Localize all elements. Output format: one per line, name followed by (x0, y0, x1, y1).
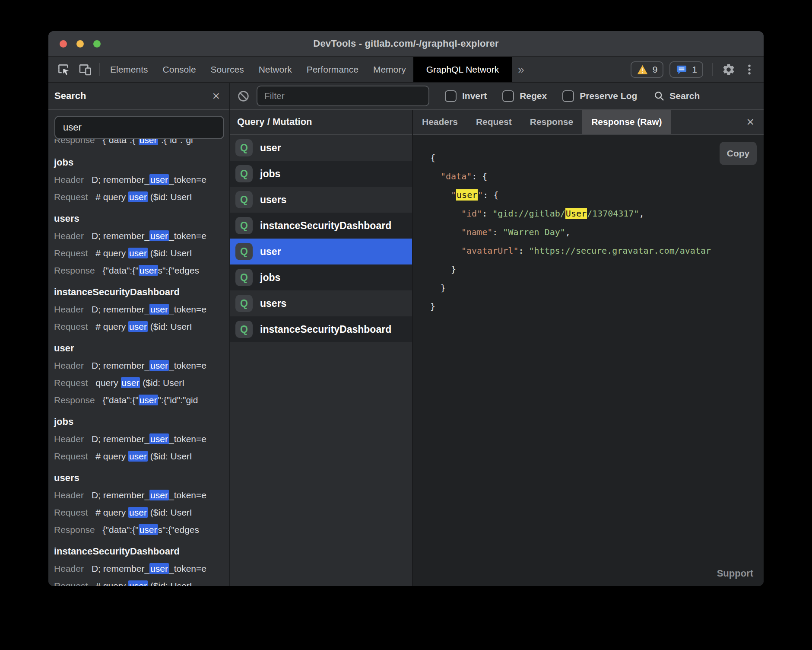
tab-memory[interactable]: Memory (366, 57, 413, 82)
invert-checkbox[interactable] (445, 90, 457, 102)
query-row[interactable]: Qusers (230, 290, 412, 316)
result-line: HeaderD; remember_user_token=e (54, 301, 229, 318)
json-token: " (478, 190, 483, 200)
tab-performance[interactable]: Performance (299, 57, 366, 82)
result-line: HeaderD; remember_user_token=e (54, 357, 229, 374)
result-text: D; remember_ (92, 564, 149, 574)
support-link[interactable]: Support (717, 568, 753, 579)
json-line: { (430, 149, 764, 167)
result-text: # query (95, 581, 128, 586)
issues-badge[interactable]: 1 (669, 61, 703, 78)
window-title: DevTools - gitlab.com/-/graphql-explorer (313, 38, 498, 49)
result-line-label: Request (54, 322, 88, 331)
result-line-label: Header (54, 175, 84, 185)
query-row[interactable]: QinstanceSecurityDashboard (230, 213, 412, 239)
minimize-window-button[interactable] (76, 40, 84, 48)
search-result-section: instanceSecurityDashboardHeaderD; rememb… (54, 543, 229, 586)
regex-checkbox[interactable] (502, 90, 514, 102)
tab-network[interactable]: Network (251, 57, 299, 82)
tab-elements[interactable]: Elements (103, 57, 155, 82)
result-text: ($id: UserI (148, 507, 192, 517)
regex-checkbox-group: Regex (502, 90, 547, 102)
response-close-icon[interactable]: × (746, 110, 764, 134)
json-line: "name": "Warren Day", (430, 223, 764, 242)
query-row[interactable]: QinstanceSecurityDashboard (230, 316, 412, 342)
filter-input[interactable] (257, 86, 429, 106)
query-row[interactable]: Qjobs (230, 264, 412, 290)
result-line: Request# query user ($id: UserI (54, 318, 229, 335)
tab-console[interactable]: Console (155, 57, 203, 82)
json-token: : (492, 227, 503, 237)
preserve-log-checkbox[interactable] (562, 90, 574, 102)
query-type-icon: Q (235, 321, 253, 338)
result-line: HeaderD; remember_user_token=e (54, 487, 229, 504)
result-line: Request# query user ($id: UserI (54, 577, 229, 586)
search-result-title: instanceSecurityDashboard (54, 284, 229, 301)
result-line-label: Request (54, 507, 88, 517)
toolbar-right: 9 1 (631, 57, 764, 82)
json-token: /13704317" (587, 208, 639, 219)
search-match-highlight: user (149, 360, 169, 371)
result-text: D; remember_ (92, 360, 149, 370)
json-token: "data" (441, 171, 472, 182)
maximize-window-button[interactable] (93, 40, 101, 48)
devtools-tabs: ElementsConsoleSourcesNetworkPerformance… (103, 57, 512, 82)
tab-sources[interactable]: Sources (203, 57, 251, 82)
result-text: _token=e (169, 490, 206, 500)
warning-triangle-icon (637, 64, 648, 76)
response-tab-response[interactable]: Response (521, 110, 582, 134)
result-text: D; remember_ (92, 231, 149, 241)
tab-graphql-network[interactable]: GraphQL Network (413, 57, 512, 82)
search-match-highlight: user (149, 304, 169, 315)
response-tab-request[interactable]: Request (467, 110, 521, 134)
search-input[interactable] (54, 116, 224, 139)
response-tab-response-raw[interactable]: Response (Raw) (582, 110, 671, 134)
search-result-section: jobsHeaderD; remember_user_token=eReques… (54, 413, 229, 465)
screen-background: DevTools - gitlab.com/-/graphql-explorer (0, 0, 812, 650)
copy-button[interactable]: Copy (720, 142, 757, 165)
search-match-highlight: user (128, 507, 148, 518)
result-text: ":{"id":"gid (158, 395, 198, 405)
json-token: : (518, 245, 529, 256)
result-text: D; remember_ (92, 490, 149, 500)
search-toggle-label: Search (669, 91, 700, 101)
result-line: Request# query user ($id: UserI (54, 245, 229, 262)
query-row[interactable]: Qjobs (230, 161, 412, 187)
result-text: # query (95, 507, 128, 517)
search-match-highlight: user (128, 321, 148, 332)
settings-gear-icon[interactable] (721, 62, 736, 77)
search-close-icon[interactable]: × (212, 89, 220, 102)
query-row-label: user (260, 246, 281, 258)
more-tabs-chevron[interactable]: » (512, 57, 530, 82)
response-panel: HeadersRequestResponseResponse (Raw)× Co… (413, 110, 764, 586)
response-tab-headers[interactable]: Headers (413, 110, 467, 134)
json-line: "user": { (430, 186, 764, 204)
query-row-label: user (260, 142, 281, 154)
query-row[interactable]: Quser (230, 135, 412, 161)
query-row[interactable]: Quser (230, 239, 412, 264)
result-line: Request# query user ($id: UserI (54, 448, 229, 465)
kebab-menu-icon[interactable] (742, 62, 757, 77)
close-window-button[interactable] (60, 40, 67, 48)
result-line: HeaderD; remember_user_token=e (54, 171, 229, 188)
result-line: HeaderD; remember_user_token=e (54, 430, 229, 448)
json-line: } (430, 297, 764, 316)
block-requests-icon[interactable] (237, 90, 250, 102)
search-toggle-group[interactable]: Search (653, 90, 700, 102)
result-text: ($id: UserI (148, 322, 192, 331)
search-match-highlight: user (139, 265, 158, 276)
device-toolbar-icon[interactable] (78, 62, 92, 77)
result-text: _token=e (169, 304, 206, 314)
result-line-label: Header (54, 304, 84, 314)
search-result-title: instanceSecurityDashboard (54, 543, 229, 560)
toolbar-separator-2 (712, 63, 713, 76)
query-type-icon: Q (235, 165, 253, 182)
filter-bar: Invert Regex Preserve Log (230, 83, 764, 110)
result-text: # query (95, 248, 128, 258)
search-result-title: users (54, 210, 229, 227)
inspect-element-icon[interactable] (56, 62, 71, 77)
query-row[interactable]: Qusers (230, 187, 412, 213)
result-text: # query (95, 451, 128, 461)
warnings-badge[interactable]: 9 (631, 61, 664, 78)
json-match-highlight: User (565, 208, 587, 219)
